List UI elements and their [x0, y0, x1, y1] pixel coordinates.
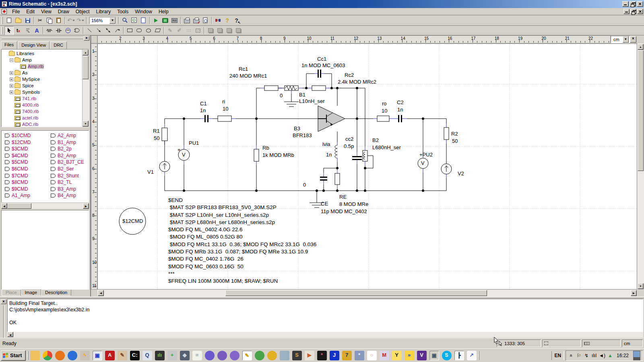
fill-style-button[interactable] [193, 26, 202, 35]
page-view-button[interactable] [139, 16, 148, 25]
ellipse-tool-button[interactable] [144, 26, 153, 35]
tab-place[interactable]: Place [2, 290, 21, 296]
gate-tool-button[interactable] [72, 26, 82, 35]
tree-item-actel-rlb[interactable]: actel.rlb [2, 115, 89, 121]
component-item--3cmd[interactable]: $3CMD [5, 146, 28, 152]
eclipse-icon-2[interactable] [217, 351, 227, 360]
tree-item-amp[interactable]: −Amp [2, 57, 89, 63]
graph-icon[interactable]: ↗ [467, 351, 477, 360]
scroll-up-icon[interactable]: ▲ [83, 49, 89, 56]
dark-tool-icon[interactable]: * [317, 351, 327, 360]
text-attr-tool-button[interactable]: tx [14, 26, 23, 35]
close-button[interactable] [637, 1, 643, 7]
collapse-icon[interactable]: − [10, 58, 13, 62]
mdi-close-button[interactable] [637, 9, 643, 14]
update-icon[interactable]: » [405, 351, 414, 360]
pen-tool-button[interactable]: ✎ [165, 26, 175, 35]
tree-item-7400-rlb[interactable]: 7400.rlb [2, 108, 89, 115]
component-item--9cmd[interactable]: $9CMD [5, 185, 28, 192]
help-button[interactable]: ? [223, 16, 232, 25]
globe-tool-icon[interactable]: 7 [342, 351, 352, 360]
double-arrow-tool-button[interactable] [103, 26, 113, 35]
tree-item-as[interactable]: +As [2, 70, 89, 76]
component-item--8cmd[interactable]: $8CMD [5, 179, 28, 186]
frog-icon[interactable] [255, 351, 264, 360]
output-scroll-left-icon[interactable]: ◀ [7, 332, 13, 337]
library-app-icon[interactable]: ▣ [93, 351, 102, 360]
folder-icon[interactable] [30, 351, 40, 360]
jgdb-icon[interactable]: J [330, 351, 339, 360]
tree-scrollbar[interactable]: ▲ ▼ [82, 49, 89, 127]
vs-icon[interactable]: V [417, 351, 427, 360]
signal-icon[interactable]: ılıl [591, 352, 597, 360]
tab-description[interactable]: Description [41, 290, 71, 296]
mdi-minimize-button[interactable] [623, 9, 630, 14]
tree-item-741-rlb[interactable]: 741.rlb [2, 95, 89, 102]
print-check-button[interactable]: ✓ [192, 16, 201, 25]
component-item--5cmd[interactable]: $5CMD [5, 159, 28, 166]
polygon-tool-button[interactable] [153, 26, 162, 35]
document-icon[interactable] [2, 9, 7, 14]
line-tool-button[interactable] [85, 26, 94, 35]
component-item-b2-amp[interactable]: B2_Amp [51, 152, 76, 159]
component-item-a2-amp[interactable]: A2_Amp [51, 132, 76, 139]
winamp-icon[interactable]: ϟ [80, 351, 90, 360]
component-item-b3-amp[interactable]: B3_Amp [51, 185, 76, 192]
component-item--6cmd[interactable]: $6CMD [5, 166, 28, 173]
chrome-icon[interactable] [43, 351, 52, 360]
print-button[interactable] [182, 16, 192, 25]
sublime-icon[interactable]: S [292, 351, 302, 360]
menu-edit[interactable]: Edit [23, 8, 38, 15]
rectangle-tool-button[interactable] [125, 26, 134, 35]
menu-file[interactable]: File [9, 8, 23, 15]
brush-tool-button[interactable]: ✐ [175, 26, 184, 35]
language-indicator[interactable]: EN [551, 351, 564, 360]
tree-item-4000-rlb[interactable]: 4000.rlb [2, 102, 89, 108]
pld-button[interactable]: PLD [170, 16, 179, 25]
output-scrollbar[interactable]: ◀ [7, 332, 643, 337]
ruler-close-button[interactable]: × [630, 36, 636, 43]
component-item--4cmd[interactable]: $4CMD [5, 152, 28, 159]
plug-icon[interactable]: ↯ [584, 352, 589, 360]
component-list[interactable]: $10CMD$12CMD$3CMD$4CMD$5CMD$6CMD$7CMD$8C… [1, 130, 89, 203]
tab-design-view[interactable]: Design View [18, 41, 50, 49]
mdi-restore-button[interactable] [630, 9, 636, 14]
redo-button[interactable]: ↷ [76, 16, 85, 25]
schematic-canvas[interactable]: Rc1240 MOD MRc1Cc11n MOD MC_0603Rc22.4k … [97, 43, 637, 290]
canvas-scroll-up-icon[interactable]: ▲ [638, 44, 644, 50]
component-item--10cmd[interactable]: $10CMD [5, 132, 31, 139]
expand-icon[interactable]: + [10, 71, 13, 75]
rounded-rect-tool-button[interactable] [134, 26, 144, 35]
lamp-icon[interactable] [267, 351, 277, 360]
capacitor-tool-button[interactable] [54, 26, 63, 35]
undo-button[interactable]: ↶ [66, 16, 76, 25]
notepad-edit-icon[interactable]: ✎ [242, 351, 252, 360]
list-scroll-thumb[interactable] [7, 203, 31, 209]
zoom-tool-button[interactable] [120, 16, 130, 25]
grid-style-button[interactable] [184, 26, 193, 35]
component-item-a1-amp[interactable]: A1_Amp [5, 192, 30, 199]
tree-item-symbols[interactable]: +Symbols [2, 89, 89, 95]
cmd-icon[interactable]: C: [130, 351, 140, 360]
app-window-icon[interactable]: ▣ [429, 351, 439, 360]
cut-button[interactable]: ✂ [35, 16, 45, 25]
thunderbird-icon[interactable] [68, 351, 77, 360]
run-button[interactable] [151, 16, 161, 25]
select-tool-button[interactable] [4, 26, 14, 35]
taskbar-grip[interactable] [27, 351, 29, 360]
ruler-unit-select[interactable]: cm▼ [611, 36, 630, 43]
green-plus-icon[interactable]: + [167, 351, 177, 360]
flag-icon[interactable]: ⚐ [576, 352, 582, 360]
zoom-page-button[interactable] [130, 16, 139, 25]
expand-icon[interactable]: + [10, 78, 13, 81]
tree-scroll-thumb[interactable] [83, 56, 89, 79]
orange-ring-icon[interactable]: ○ [367, 351, 377, 360]
panel-close-button[interactable]: × [84, 36, 89, 41]
volume-icon[interactable]: ◄) [599, 352, 605, 360]
zoom-dropdown-button[interactable]: ▼ [109, 17, 116, 24]
stamp-tool-3[interactable] [224, 26, 233, 35]
expand-icon[interactable]: + [10, 90, 13, 94]
inductor-tool-button[interactable] [63, 26, 72, 35]
scroll-right-icon[interactable]: ▶ [83, 203, 89, 209]
paste-button[interactable] [54, 16, 63, 25]
